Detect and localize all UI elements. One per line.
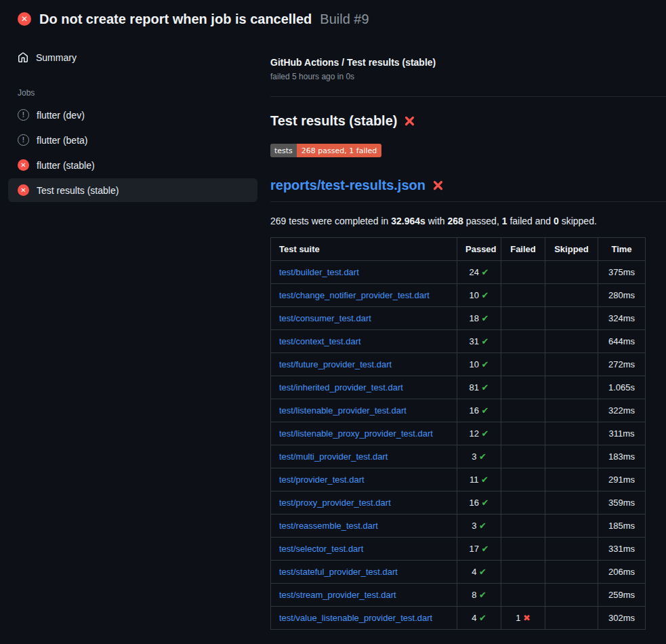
test-suite-link[interactable]: test/inherited_provider_test.dart: [279, 382, 403, 393]
test-suite-link[interactable]: test/provider_test.dart: [279, 475, 365, 485]
check-icon: ✔: [479, 567, 486, 577]
sidebar-item-summary[interactable]: Summary: [8, 46, 257, 69]
table-row: test/inherited_provider_test.dart81 ✔1.0…: [271, 376, 646, 399]
test-suite-link[interactable]: test/stream_provider_test.dart: [279, 590, 396, 600]
test-suite-link[interactable]: test/future_provider_test.dart: [279, 359, 392, 369]
table-row: test/value_listenable_provider_test.dart…: [271, 607, 646, 630]
failed-cell: [501, 584, 545, 607]
sidebar-item-label: flutter (stable): [37, 160, 95, 171]
passed-cell: 10 ✔: [457, 353, 501, 376]
table-row: test/future_provider_test.dart10 ✔272ms: [271, 353, 646, 376]
skipped-cell: [545, 330, 598, 353]
skipped-cell: [545, 515, 598, 538]
table-row: test/provider_test.dart11 ✔291ms: [271, 468, 646, 491]
passed-cell: 31 ✔: [457, 330, 501, 353]
summary-passed-count: 268: [448, 216, 463, 226]
sidebar-item-flutter-dev[interactable]: ! flutter (dev): [8, 103, 257, 127]
time-cell: 185ms: [598, 515, 646, 538]
test-suite-link[interactable]: test/reassemble_test.dart: [279, 521, 378, 531]
skipped-cell: [545, 399, 598, 422]
test-suite-link[interactable]: test/value_listenable_provider_test.dart: [279, 613, 432, 623]
passed-cell: 81 ✔: [457, 376, 501, 399]
test-suite-link[interactable]: test/multi_provider_test.dart: [279, 451, 388, 462]
skipped-cell: [545, 445, 598, 468]
badge-value: 268 passed, 1 failed: [297, 144, 381, 157]
table-row: test/stateful_provider_test.dart4 ✔206ms: [271, 561, 646, 584]
suite-cell: test/stateful_provider_test.dart: [271, 561, 457, 584]
run-meta: failed 5 hours ago in 0s: [270, 72, 666, 81]
table-row: test/listenable_provider_test.dart16 ✔32…: [271, 399, 646, 422]
failed-cell: [501, 491, 545, 515]
sidebar-item-flutter-stable[interactable]: ✕ flutter (stable): [8, 153, 257, 177]
table-row: test/selector_test.dart17 ✔331ms: [271, 538, 646, 561]
suite-cell: test/selector_test.dart: [271, 538, 457, 561]
report-heading: reports/test-results.json: [270, 178, 666, 202]
page-title: Do not create report when job is cancell…: [39, 12, 312, 27]
time-cell: 375ms: [598, 261, 646, 284]
breadcrumb: GitHub Actions / Test results (stable): [270, 57, 666, 68]
summary-time: 32.964s: [391, 216, 425, 226]
check-icon: ✔: [482, 382, 489, 393]
table-row: test/consumer_test.dart18 ✔324ms: [271, 307, 646, 330]
passed-cell: 8 ✔: [457, 584, 501, 607]
time-cell: 322ms: [598, 399, 646, 422]
summary-text: skipped.: [559, 216, 597, 226]
passed-cell: 3 ✔: [457, 445, 501, 468]
sidebar-item-test-results-stable[interactable]: ✕ Test results (stable): [8, 178, 257, 202]
skipped-cell: [545, 422, 598, 445]
tests-badge: tests 268 passed, 1 failed: [270, 144, 381, 157]
sidebar-item-flutter-beta[interactable]: ! flutter (beta): [8, 128, 257, 152]
test-suite-link[interactable]: test/selector_test.dart: [279, 544, 363, 554]
check-icon: ✔: [479, 590, 486, 600]
summary-text: failed and: [507, 216, 554, 226]
skipped-cell: [545, 307, 598, 330]
test-summary-line: 269 tests were completed in 32.964s with…: [270, 216, 666, 226]
sidebar-item-label: Summary: [36, 52, 77, 63]
table-row: test/multi_provider_test.dart3 ✔183ms: [271, 445, 646, 468]
sidebar-item-label: flutter (beta): [37, 135, 87, 146]
build-number: Build #9: [320, 12, 369, 27]
time-cell: 280ms: [598, 284, 646, 307]
results-table-body: test/builder_test.dart24 ✔375mstest/chan…: [271, 261, 646, 630]
column-header-passed: Passed: [457, 238, 501, 261]
check-icon: ✔: [479, 521, 486, 531]
column-header-time: Time: [598, 238, 646, 261]
time-cell: 272ms: [598, 353, 646, 376]
passed-cell: 4 ✔: [457, 607, 501, 630]
sidebar-item-label: Test results (stable): [37, 185, 119, 196]
suite-cell: test/value_listenable_provider_test.dart: [271, 607, 457, 630]
check-icon: ✔: [482, 336, 489, 346]
section-heading: Test results (stable): [270, 113, 666, 129]
check-icon: ✔: [482, 267, 489, 277]
suite-cell: test/listenable_provider_test.dart: [271, 399, 457, 422]
time-cell: 259ms: [598, 584, 646, 607]
failed-cell: [501, 399, 545, 422]
check-icon: ✔: [482, 544, 489, 554]
test-suite-link[interactable]: test/builder_test.dart: [279, 267, 359, 277]
test-suite-link[interactable]: test/context_test.dart: [279, 336, 361, 346]
test-suite-link[interactable]: test/stateful_provider_test.dart: [279, 567, 398, 577]
time-cell: 1.065s: [598, 376, 646, 399]
main-content: GitHub Actions / Test results (stable) f…: [270, 57, 666, 630]
report-file-link[interactable]: reports/test-results.json: [270, 178, 425, 193]
x-circle-fill-icon: ✕: [18, 159, 29, 171]
test-suite-link[interactable]: test/listenable_provider_test.dart: [279, 405, 407, 416]
passed-cell: 3 ✔: [457, 515, 501, 538]
passed-cell: 16 ✔: [457, 491, 501, 515]
test-suite-link[interactable]: test/consumer_test.dart: [279, 313, 371, 323]
check-icon: ✔: [482, 428, 489, 439]
jobs-section-label: Jobs: [0, 84, 266, 102]
skipped-cell: [545, 584, 598, 607]
failed-cell: [501, 330, 545, 353]
test-suite-link[interactable]: test/listenable_proxy_provider_test.dart: [279, 428, 433, 439]
check-icon: ✔: [479, 613, 486, 623]
x-icon: ✖: [523, 613, 530, 623]
failed-cell: 1 ✖: [501, 607, 545, 630]
summary-failed-count: 1: [502, 216, 507, 226]
suite-cell: test/change_notifier_provider_test.dart: [271, 284, 457, 307]
test-suite-link[interactable]: test/change_notifier_provider_test.dart: [279, 290, 430, 300]
test-suite-link[interactable]: test/proxy_provider_test.dart: [279, 498, 391, 508]
failed-cell: [501, 445, 545, 468]
failed-cell: [501, 422, 545, 445]
table-row: test/reassemble_test.dart3 ✔185ms: [271, 515, 646, 538]
